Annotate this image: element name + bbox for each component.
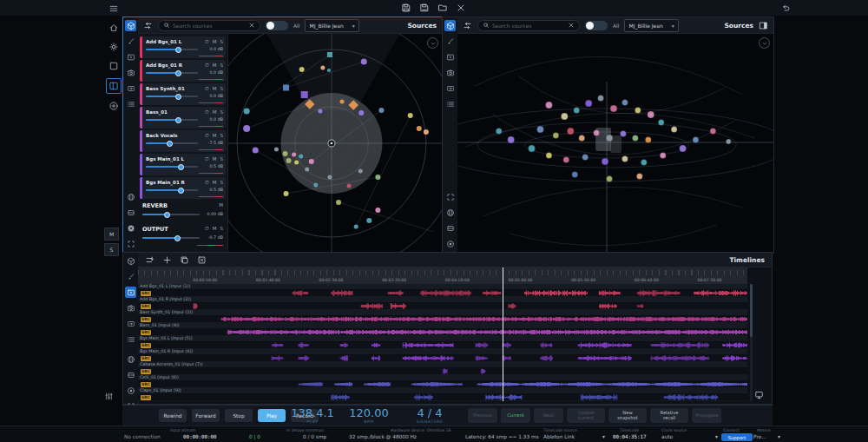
columns-icon[interactable]: [444, 207, 456, 218]
brush-icon[interactable]: [125, 271, 136, 282]
clip-icon[interactable]: [444, 82, 456, 94]
gain-slider-knob[interactable]: [178, 188, 184, 194]
sources-view-icon[interactable]: [125, 255, 136, 267]
reorder-tracks-icon[interactable]: [145, 255, 155, 265]
sources-view-icon[interactable]: [125, 20, 136, 31]
source-item[interactable]: Bass Synth_01∅MS0.0 dB: [140, 83, 226, 105]
save-icon[interactable]: [401, 3, 411, 13]
source-item[interactable]: Bass_01∅MS0.0 dB: [140, 107, 226, 129]
menu-icon[interactable]: [107, 2, 121, 16]
track-lane[interactable]: SRC: [138, 329, 747, 337]
delete-track-icon[interactable]: [197, 255, 207, 265]
search-box[interactable]: [477, 20, 580, 31]
track-lane[interactable]: SRC: [138, 355, 747, 363]
forward-button[interactable]: Forward: [192, 409, 220, 422]
source-item[interactable]: Add Bgs_01 L∅MS0.0 dB: [140, 36, 226, 58]
radar-2d-view[interactable]: [228, 34, 442, 253]
source-item[interactable]: Add Bgs_01 R∅MS0.0 dB: [140, 60, 226, 82]
phase-button[interactable]: ∅: [205, 63, 209, 68]
clear-search-icon[interactable]: [248, 22, 255, 29]
sources-view-icon[interactable]: [444, 20, 456, 31]
add-icon[interactable]: [107, 99, 121, 113]
record-circle-icon[interactable]: [125, 385, 136, 396]
gain-slider-knob[interactable]: [175, 94, 181, 100]
gain-slider-knob[interactable]: [167, 141, 173, 147]
fullscreen-icon[interactable]: [125, 238, 136, 249]
caret-down-icon[interactable]: ▾: [715, 434, 718, 439]
clip-icon[interactable]: [125, 318, 136, 329]
track-lane[interactable]: SRC: [138, 381, 747, 389]
solo-button[interactable]: S: [220, 156, 224, 162]
track-lane[interactable]: SRC: [138, 368, 747, 376]
caret-down-icon[interactable]: ▾: [602, 434, 605, 439]
search-input[interactable]: [173, 23, 246, 29]
output-slider[interactable]: [142, 237, 200, 239]
filter-icon[interactable]: [143, 21, 153, 30]
caret-down-icon[interactable]: ▾: [778, 434, 780, 439]
collapse-circle-icon[interactable]: [759, 37, 770, 49]
meters-dropdown[interactable]: Pre...: [753, 434, 766, 439]
solo-button[interactable]: S: [220, 226, 224, 231]
gain-slider[interactable]: [146, 96, 198, 97]
rewind-button[interactable]: Rewind: [159, 409, 187, 422]
playhead[interactable]: [503, 267, 503, 401]
reverb-slider-knob[interactable]: [164, 212, 170, 218]
columns-icon[interactable]: [125, 191, 136, 202]
new-snapshot-button[interactable]: New snapshot: [608, 408, 647, 423]
phase-button[interactable]: ∅: [205, 109, 209, 115]
mute-button[interactable]: M: [213, 39, 217, 44]
collapse-circle-icon[interactable]: [427, 37, 438, 49]
fullscreen-icon[interactable]: [444, 191, 456, 202]
phase-button[interactable]: ∅: [205, 180, 209, 185]
panel-toggle-icon[interactable]: [759, 21, 768, 30]
media-view-icon[interactable]: [125, 287, 136, 298]
phase-button[interactable]: ∅: [205, 86, 209, 91]
mute-button[interactable]: M: [213, 86, 217, 91]
master-mute-button[interactable]: M: [104, 228, 119, 241]
propagate-button[interactable]: Propagate: [692, 408, 721, 423]
track-lane[interactable]: SRC: [138, 303, 747, 311]
camera-icon[interactable]: [125, 67, 136, 78]
relative-recall-button[interactable]: Relative recall: [650, 408, 688, 423]
home-icon[interactable]: [107, 21, 121, 35]
brush-icon[interactable]: [444, 36, 456, 47]
gain-slider[interactable]: [146, 166, 198, 168]
mute-button[interactable]: M: [213, 226, 217, 231]
duplicate-track-icon[interactable]: [180, 255, 189, 265]
phase-button[interactable]: ∅: [205, 133, 209, 138]
gain-slider-knob[interactable]: [178, 164, 184, 170]
reverb-slider[interactable]: [142, 214, 200, 215]
mute-button[interactable]: M: [213, 180, 217, 185]
layout-view-icon[interactable]: [106, 78, 122, 94]
support-button[interactable]: Support: [721, 433, 753, 441]
preset-dropdown[interactable]: MJ_Billie Jean ▾: [624, 19, 678, 32]
gain-slider[interactable]: [146, 49, 198, 50]
solo-button[interactable]: S: [220, 63, 224, 68]
output-slider-knob[interactable]: [174, 235, 181, 241]
search-box[interactable]: [158, 20, 260, 31]
track-lane[interactable]: SRC: [138, 316, 747, 324]
camera-icon[interactable]: [125, 302, 136, 313]
clip-icon[interactable]: [125, 82, 136, 94]
phase-button[interactable]: ∅: [205, 39, 209, 44]
all-toggle[interactable]: [585, 21, 608, 30]
box-icon[interactable]: [444, 222, 456, 234]
gain-slider[interactable]: [146, 189, 198, 191]
current-button[interactable]: Current: [501, 408, 530, 423]
media-icon[interactable]: [125, 51, 136, 63]
box-icon[interactable]: [125, 207, 136, 218]
search-input[interactable]: [492, 23, 565, 29]
list-icon[interactable]: [444, 98, 456, 109]
media-icon[interactable]: [444, 51, 456, 63]
display-icon[interactable]: [754, 390, 764, 399]
track-lane[interactable]: SRC: [138, 342, 747, 350]
faders-icon[interactable]: [104, 392, 114, 401]
output-strip[interactable]: OUTPUT∅MS-0.7 dB: [140, 224, 226, 247]
gain-slider[interactable]: [146, 142, 198, 144]
record-circle-icon[interactable]: [444, 238, 456, 249]
clear-search-icon[interactable]: [568, 22, 575, 29]
filter-icon[interactable]: [463, 21, 472, 30]
phase-button[interactable]: ∅: [205, 156, 209, 162]
track-lane[interactable]: SRC: [138, 394, 747, 402]
gain-slider-knob[interactable]: [175, 70, 181, 76]
